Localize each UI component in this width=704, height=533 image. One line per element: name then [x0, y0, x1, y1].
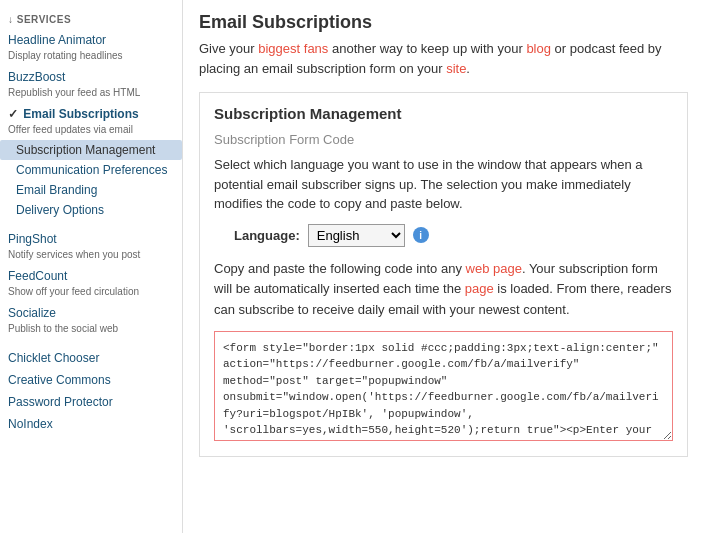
highlight-copy: copy	[334, 196, 361, 211]
sidebar-item-socialize[interactable]: Socialize Publish to the social web	[0, 302, 182, 339]
sidebar-sub-feedcount: Show off your feed circulation	[8, 286, 139, 297]
sidebar-item-feedcount[interactable]: FeedCount Show off your feed circulation	[0, 265, 182, 302]
sidebar-item-password-protector[interactable]: Password Protector	[0, 391, 182, 413]
sidebar-item-headline-animator[interactable]: Headline Animator Display rotating headl…	[0, 29, 182, 66]
language-row: Language: English Spanish French German …	[214, 224, 673, 247]
sidebar-item-email-subscriptions[interactable]: ✓ Email Subscriptions Offer feed updates…	[0, 103, 182, 140]
sidebar-link-pingshot[interactable]: PingShot	[8, 232, 174, 246]
main-content: Email Subscriptions Give your biggest fa…	[183, 0, 704, 533]
page-title: Email Subscriptions	[199, 12, 688, 33]
sidebar-subitem-communication-preferences[interactable]: Communication Preferences	[0, 160, 182, 180]
sidebar-link-password-protector[interactable]: Password Protector	[8, 395, 174, 409]
code-textarea[interactable]	[214, 331, 673, 441]
checkmark-icon: ✓	[8, 107, 21, 121]
sidebar-subitem-delivery-options[interactable]: Delivery Options	[0, 200, 182, 220]
sidebar-link-email-subscriptions[interactable]: ✓ Email Subscriptions	[8, 107, 174, 121]
sidebar-link-buzzboost[interactable]: BuzzBoost	[8, 70, 174, 84]
page-description: Give your biggest fans another way to ke…	[199, 39, 688, 78]
sidebar-sub-email-subscriptions: Offer feed updates via email	[8, 124, 133, 135]
sidebar-link-noindex[interactable]: NoIndex	[8, 417, 174, 431]
sidebar-subitem-subscription-management[interactable]: Subscription Management	[0, 140, 182, 160]
sidebar-link-chicklet-chooser[interactable]: Chicklet Chooser	[8, 351, 174, 365]
sidebar-sub-buzzboost: Republish your feed as HTML	[8, 87, 140, 98]
sidebar-link-socialize[interactable]: Socialize	[8, 306, 174, 320]
sidebar-link-feedcount[interactable]: FeedCount	[8, 269, 174, 283]
highlight-webpage: web page	[466, 261, 522, 276]
sidebar-sub-headline-animator: Display rotating headlines	[8, 50, 123, 61]
info-icon[interactable]: i	[413, 227, 429, 243]
sidebar-item-pingshot[interactable]: PingShot Notify services when you post	[0, 228, 182, 265]
section-title: Subscription Form Code	[214, 132, 673, 147]
sidebar-item-noindex[interactable]: NoIndex	[0, 413, 182, 435]
sidebar-item-creative-commons[interactable]: Creative Commons	[0, 369, 182, 391]
highlight-page: page	[465, 281, 494, 296]
highlight-site: site	[446, 61, 466, 76]
sidebar-subitem-email-branding[interactable]: Email Branding	[0, 180, 182, 200]
sidebar-item-chicklet-chooser[interactable]: Chicklet Chooser	[0, 347, 182, 369]
code-box-wrapper	[214, 331, 673, 444]
language-label: Language:	[234, 228, 300, 243]
highlight-paste: paste	[390, 196, 422, 211]
highlight-blog: blog	[526, 41, 551, 56]
sidebar: ↓ SERVICES Headline Animator Display rot…	[0, 0, 183, 533]
subscription-panel: Subscription Management Subscription For…	[199, 92, 688, 457]
sidebar-sub-pingshot: Notify services when you post	[8, 249, 140, 260]
sidebar-item-buzzboost[interactable]: BuzzBoost Republish your feed as HTML	[0, 66, 182, 103]
sidebar-link-creative-commons[interactable]: Creative Commons	[8, 373, 174, 387]
panel-title: Subscription Management	[214, 105, 673, 122]
sidebar-section-header: ↓ SERVICES	[0, 8, 182, 29]
copy-text: Copy and paste the following code into a…	[214, 259, 673, 321]
sidebar-sub-socialize: Publish to the social web	[8, 323, 118, 334]
language-select[interactable]: English Spanish French German Portuguese…	[308, 224, 405, 247]
lang-select-text: Select which language you want to use in…	[214, 155, 673, 214]
sidebar-link-headline-animator[interactable]: Headline Animator	[8, 33, 174, 47]
highlight-biggest: biggest fans	[258, 41, 328, 56]
